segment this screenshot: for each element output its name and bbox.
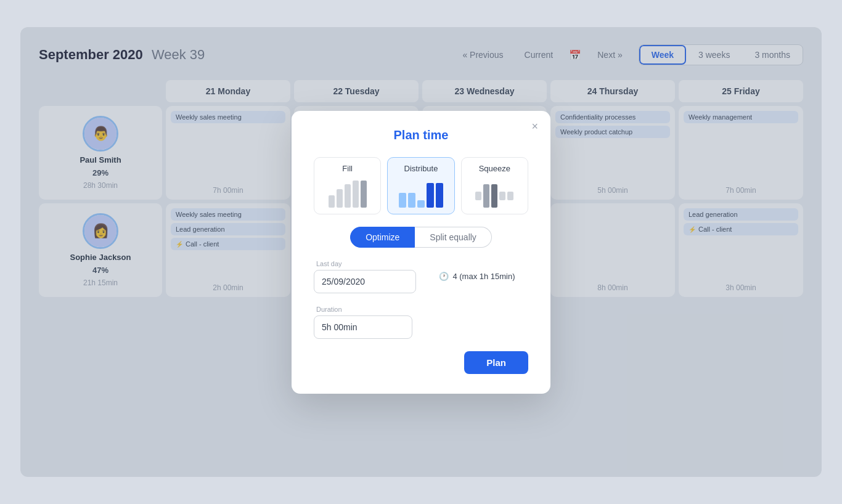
plan-option-fill-visual [319,178,375,208]
plan-option-squeeze-visual [467,178,523,208]
modal-fields: Last day 🕐 4 (max 1h 15min) [314,260,528,293]
plan-option-distribute-label: Distribute [404,164,438,173]
split-equally-button[interactable]: Split equally [415,227,492,248]
dist-bar [399,193,406,208]
duration-input[interactable] [314,315,412,339]
fill-bar [361,181,367,208]
dist-bar-tall [427,183,434,208]
last-day-input[interactable] [314,270,416,293]
last-day-label: Last day [316,260,416,267]
duration-row: Duration [314,306,528,339]
modal-close-button[interactable]: × [531,121,538,132]
squeeze-bar [475,192,481,200]
plan-option-squeeze-label: Squeeze [479,164,510,173]
fill-bars [329,181,367,208]
dist-bar [408,193,415,208]
squeeze-bar-tall [483,184,489,208]
fill-bar [329,195,335,208]
fill-bar [345,184,351,208]
sessions-info: 🕐 4 (max 1h 15min) [426,272,528,281]
dist-bar-tall [436,183,443,208]
duration-field-group: Duration [314,306,528,339]
clock-icon: 🕐 [439,272,449,281]
plan-option-distribute-visual [393,178,449,208]
squeeze-bar-tall [491,184,497,208]
squeeze-bar [499,192,505,200]
optimize-button[interactable]: Optimize [350,227,415,248]
fill-bar [353,181,359,208]
last-day-field-group: Last day [314,260,416,293]
plan-options: Fill Distribute [314,157,528,214]
dist-bars [399,183,443,208]
main-container: September 2020 Week 39 « Previous Curren… [20,27,822,477]
modal-overlay[interactable]: × Plan time Fill [20,27,822,477]
fill-bar [337,189,343,208]
modal-footer: Plan [314,351,528,374]
sessions-text: 4 (max 1h 15min) [452,272,515,281]
squeeze-bar [507,192,513,200]
duration-label: Duration [316,306,528,313]
plan-option-squeeze[interactable]: Squeeze [461,157,528,214]
squeeze-bars [475,184,513,208]
modal-title: Plan time [314,128,528,142]
optimize-toggle: Optimize Split equally [314,227,528,248]
plan-button[interactable]: Plan [464,351,528,374]
plan-option-fill[interactable]: Fill [314,157,381,214]
plan-option-fill-label: Fill [342,164,353,173]
plan-option-distribute[interactable]: Distribute [387,157,454,214]
dist-bar [417,200,425,208]
plan-time-modal: × Plan time Fill [292,111,550,394]
